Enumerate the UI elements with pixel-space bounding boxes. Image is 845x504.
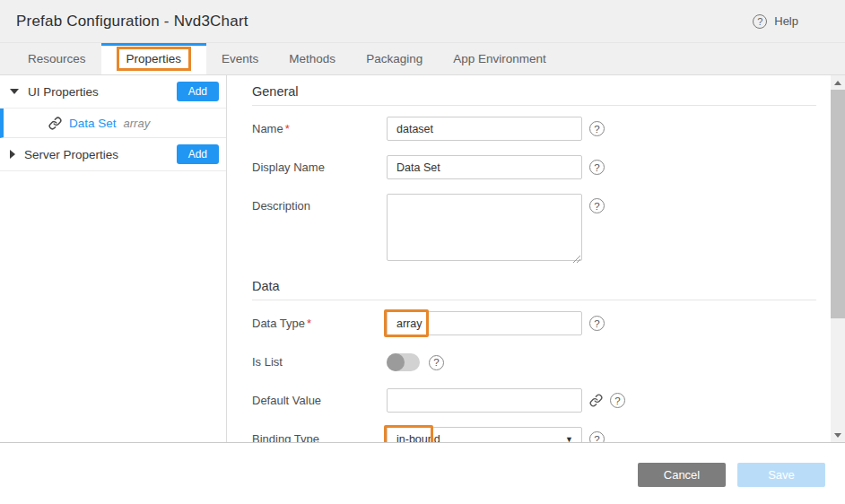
tab-properties[interactable]: Properties [101, 43, 207, 74]
dialog-tabbar: Resources Properties Events Methods Pack… [0, 43, 845, 75]
binding-type-value: in-bound [396, 433, 440, 443]
dropdown-arrow-icon: ▼ [565, 435, 573, 443]
description-help-icon[interactable]: ? [589, 198, 605, 213]
tab-methods[interactable]: Methods [274, 43, 351, 74]
display-name-label: Display Name [252, 155, 387, 174]
default-value-label: Default Value [252, 388, 387, 407]
is-list-row: Is List ? [252, 350, 816, 374]
cancel-button[interactable]: Cancel [638, 463, 726, 487]
scroll-up-button[interactable] [831, 75, 845, 90]
server-properties-label: Server Properties [24, 148, 118, 161]
dataset-item-type: array [124, 117, 151, 130]
default-value-input[interactable] [387, 388, 582, 413]
add-server-property-button[interactable]: Add [177, 144, 219, 164]
sidebar-item-dataset[interactable]: Data Set array [0, 109, 226, 138]
name-help-icon[interactable]: ? [589, 121, 605, 136]
help-circle-icon: ? [753, 14, 767, 29]
display-name-row: Display Name ? [252, 155, 816, 179]
dialog-header: Prefab Configuration - Nvd3Chart ? Help [0, 0, 845, 43]
page-title: Prefab Configuration - Nvd3Chart [16, 13, 248, 30]
section-general: General [252, 84, 816, 106]
sidebar-group-server-properties[interactable]: Server Properties Add [0, 138, 226, 171]
name-row: Name* ? [252, 117, 816, 141]
display-name-input[interactable] [387, 155, 582, 179]
binding-type-select[interactable]: in-bound ▼ [387, 427, 582, 442]
binding-type-label: Binding Type [252, 427, 387, 442]
description-row: Description ? [252, 194, 816, 265]
prefab-configuration-dialog: Prefab Configuration - Nvd3Chart ? Help … [0, 0, 845, 504]
tab-resources[interactable]: Resources [13, 43, 101, 74]
binding-type-help-icon[interactable]: ? [589, 431, 605, 442]
data-type-label: Data Type* [252, 311, 387, 330]
add-ui-property-button[interactable]: Add [177, 82, 219, 101]
scroll-down-icon [834, 433, 841, 438]
help-button[interactable]: ? Help [753, 14, 798, 29]
name-label: Name* [252, 117, 387, 135]
dataset-item-label: Data Set [69, 117, 117, 130]
display-name-help-icon[interactable]: ? [589, 160, 605, 175]
save-button[interactable]: Save [737, 463, 825, 487]
dialog-footer: Cancel Save [0, 442, 845, 504]
is-list-label: Is List [252, 350, 387, 369]
binding-link-icon [48, 117, 62, 130]
description-label: Description [252, 194, 387, 213]
data-type-input[interactable] [387, 311, 582, 335]
vertical-scrollbar[interactable] [831, 75, 845, 442]
annotation-highlight-tab: Properties [117, 47, 192, 71]
section-data: Data [252, 279, 816, 300]
tab-events[interactable]: Events [206, 43, 274, 74]
scroll-down-button[interactable] [831, 428, 845, 442]
caret-right-icon [10, 150, 15, 159]
property-form: General Name* ? Display Name ? Descripti… [227, 75, 831, 442]
description-textarea[interactable] [387, 194, 582, 261]
required-asterisk: * [285, 122, 290, 135]
sidebar-group-ui-properties[interactable]: UI Properties Add [0, 75, 226, 109]
tab-packaging[interactable]: Packaging [351, 43, 438, 74]
data-type-row: Data Type* ? [252, 311, 816, 335]
tab-app-environment[interactable]: App Environment [438, 43, 562, 74]
required-asterisk: * [307, 317, 311, 330]
name-input[interactable] [387, 117, 582, 141]
default-value-row: Default Value ? [252, 388, 816, 413]
scroll-up-icon [834, 81, 841, 85]
scrollbar-thumb[interactable] [831, 90, 845, 318]
help-label: Help [774, 14, 798, 28]
ui-properties-label: UI Properties [28, 85, 99, 99]
toggle-knob [387, 353, 405, 371]
is-list-toggle[interactable] [387, 353, 420, 371]
binding-type-row: Binding Type in-bound ▼ ? [252, 427, 816, 442]
bind-value-link-icon[interactable] [589, 394, 603, 407]
default-value-help-icon[interactable]: ? [610, 393, 625, 408]
properties-sidebar: UI Properties Add Data Set array Server … [0, 75, 227, 442]
is-list-help-icon[interactable]: ? [429, 355, 444, 370]
caret-down-icon [10, 89, 19, 94]
data-type-help-icon[interactable]: ? [589, 316, 605, 331]
